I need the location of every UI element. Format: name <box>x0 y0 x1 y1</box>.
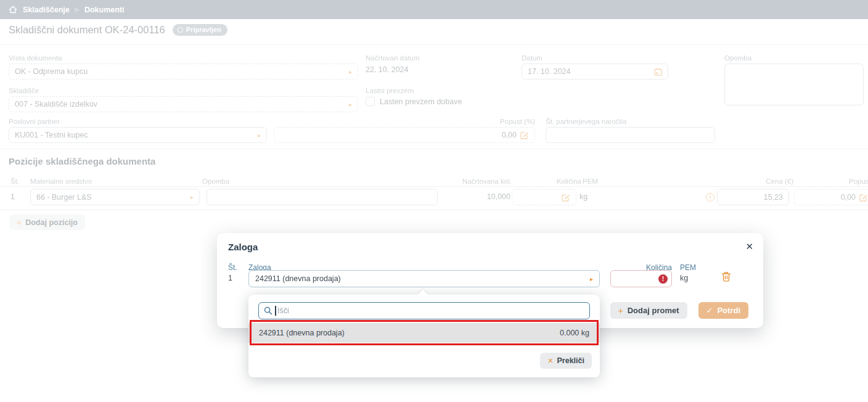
modal-row-number: 1 <box>228 274 232 282</box>
add-promet-label: Dodaj promet <box>628 306 679 315</box>
edit-icon[interactable] <box>562 193 570 202</box>
field-st-narocila: Št. partnerjevega naročila <box>546 118 715 143</box>
poslovni-partner-select[interactable]: KU001 - Testni kupec ▸ <box>9 127 267 143</box>
field-nacrtovan-datum: Načrtovan datum 22. 10. 2024 <box>366 54 420 74</box>
kolicina-field[interactable] <box>512 189 576 205</box>
field-label: Skladišče <box>9 87 358 94</box>
section-title: Pozicije skladiščnega dokumenta <box>9 156 155 166</box>
add-promet-button[interactable]: + Dodaj promet <box>610 302 687 319</box>
add-position-button[interactable]: + Dodaj pozicijo <box>9 215 85 230</box>
field-label: Lastni prevzem <box>366 87 462 94</box>
field-poslovni-partner: Poslovni partner KU001 - Testni kupec ▸ <box>9 118 267 143</box>
datum-input[interactable]: 17. 10. 2024 <box>522 64 668 80</box>
confirm-label: Potrdi <box>717 306 740 315</box>
field-vrsta-dokumenta: Vrsta dokumenta OK - Odprema kupcu ▸ <box>9 54 358 80</box>
opomba-textarea[interactable] <box>724 64 864 105</box>
close-icon[interactable]: ✕ <box>745 242 753 251</box>
chevron-right-icon: ▸ <box>349 68 352 75</box>
search-input[interactable] <box>258 302 590 319</box>
home-icon[interactable] <box>9 6 17 14</box>
page-title: Skladiščni dokument OK-24-00116 <box>9 24 165 36</box>
materialno-sredstvo-select[interactable]: 66 - Burger L&S ▸ <box>30 189 200 205</box>
field-lastni-prevzem: Lastni prevzem Lasten prevzem dobave <box>366 87 462 106</box>
select-value: KU001 - Testni kupec <box>15 131 88 139</box>
vrsta-dokumenta-select[interactable]: OK - Odprema kupcu ▸ <box>9 64 358 80</box>
dropdown-option[interactable]: 242911 (dnevna prodaja) 0.000 kg <box>248 323 600 343</box>
zaloga-dropdown: 242911 (dnevna prodaja) 0.000 kg ✕ Prekl… <box>248 295 600 377</box>
trash-icon[interactable] <box>721 271 731 282</box>
lasten-prevzem-checkbox[interactable] <box>366 97 375 106</box>
field-label: Poslovni partner <box>9 118 267 125</box>
cena-input[interactable] <box>717 189 789 205</box>
chevron-right-icon: ▸ <box>349 101 352 108</box>
popust-value: 0,00 <box>502 131 517 139</box>
plus-icon: + <box>17 218 22 228</box>
field-datum: Datum 17. 10. 2024 <box>522 54 668 80</box>
field-label: Načrtovan datum <box>366 54 420 62</box>
modal-col-header-st: Št. <box>228 263 237 272</box>
modal-pem-value: kg <box>680 274 688 282</box>
zaloga-select[interactable]: 242911 (dnevna prodaja) ▸ <box>248 270 600 287</box>
check-icon: ✓ <box>706 306 713 315</box>
field-label: Popust (%) <box>274 118 535 125</box>
col-header-pem: PEM <box>583 178 598 185</box>
field-popust: Popust (%) 0,00 <box>274 118 535 143</box>
add-position-label: Dodaj pozicijo <box>25 218 78 227</box>
popust-field[interactable]: 0,00 <box>274 127 535 143</box>
select-value: OK - Odprema kupcu <box>15 67 88 76</box>
option-quantity: 0.000 kg <box>560 329 589 337</box>
st-narocila-input[interactable] <box>546 127 715 143</box>
status-badge: Pripravljen <box>173 24 227 36</box>
confirm-button[interactable]: ✓ Potrdi <box>698 302 748 319</box>
edit-icon[interactable] <box>859 193 868 202</box>
calendar-icon[interactable] <box>654 68 662 76</box>
col-header-popust: Popust <box>849 178 868 185</box>
pem-value: kg <box>579 192 588 201</box>
col-header-materialno-sredstvo: Materialno sredstvo <box>30 178 92 185</box>
table-border <box>0 186 868 187</box>
cancel-label: Prekliči <box>557 356 584 365</box>
kolicina-input[interactable]: ! <box>610 270 672 287</box>
status-badge-label: Pripravljen <box>186 26 221 33</box>
field-skladisce: Skladišče 007 - Skaldišče izdelkov ▸ <box>9 87 358 112</box>
datum-value: 17. 10. 2024 <box>528 67 571 76</box>
field-label: Vrsta dokumenta <box>9 54 358 62</box>
col-header-cena: Cena (€) <box>732 178 793 185</box>
select-value: 242911 (dnevna prodaja) <box>255 274 341 283</box>
divider <box>0 44 868 45</box>
col-header-st: Št. <box>10 178 19 185</box>
divider <box>0 149 868 149</box>
breadcrumb-separator-icon: ▷ <box>75 7 79 12</box>
col-header-kolicina: Količina <box>520 178 581 185</box>
row-opomba-cell <box>207 189 438 205</box>
modal-col-header-pem: PEM <box>680 263 696 272</box>
field-label: Opomba <box>724 54 864 62</box>
search-icon <box>264 306 272 315</box>
skladisce-select[interactable]: 007 - Skaldišče izdelkov ▸ <box>9 96 358 112</box>
row-popust-field[interactable]: 0,00 <box>794 189 868 205</box>
search-field <box>258 302 590 319</box>
row-opomba-input[interactable] <box>207 189 438 205</box>
x-icon: ✕ <box>547 357 553 365</box>
topbar: Skladiščenje ▷ Dokumenti <box>0 0 868 19</box>
nacrtovana-kol-value: 10,000 <box>450 192 510 201</box>
edit-icon[interactable] <box>520 131 529 139</box>
info-icon[interactable]: i <box>706 193 714 202</box>
option-label: 242911 (dnevna prodaja) <box>259 329 345 337</box>
modal-title: Zaloga <box>228 242 258 252</box>
status-dot-icon <box>178 27 183 33</box>
col-header-nacrtovana-kol: Načrtovana kol. <box>450 178 512 185</box>
col-header-opomba: Opomba <box>202 178 229 185</box>
checkbox-label: Lasten prevzem dobave <box>380 97 462 106</box>
table-border <box>0 210 868 210</box>
breadcrumb-item-dokumenti[interactable]: Dokumenti <box>84 6 125 14</box>
nacrtovan-datum-value: 22. 10. 2024 <box>366 64 420 74</box>
cancel-button[interactable]: ✕ Prekliči <box>540 353 592 369</box>
text-cursor <box>275 306 276 316</box>
field-label: Datum <box>522 54 668 62</box>
select-value: 007 - Skaldišče izdelkov <box>15 100 97 109</box>
cena-cell <box>717 189 789 205</box>
row-number: 1 <box>10 192 15 201</box>
breadcrumb-item-skladiscenje[interactable]: Skladiščenje <box>23 6 70 14</box>
popust-value: 0,00 <box>841 193 856 202</box>
